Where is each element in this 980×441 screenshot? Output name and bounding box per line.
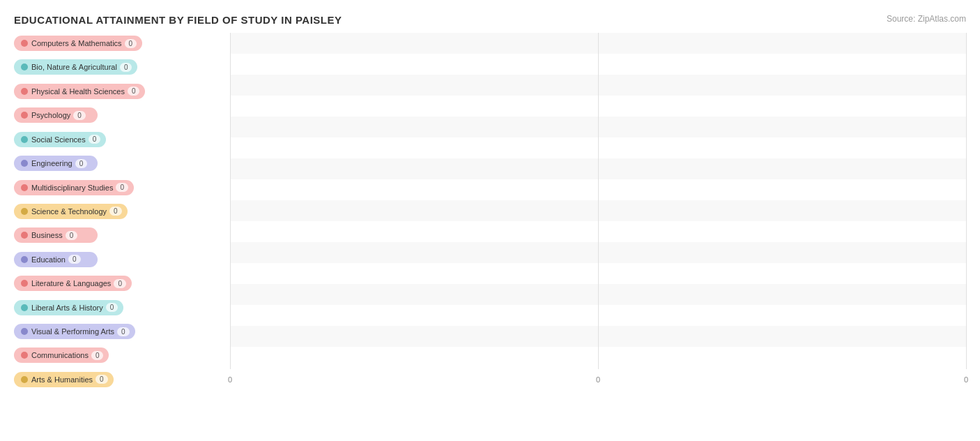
x-label-0: 0 [228,375,232,384]
bar-row: Liberal Arts & History0 [14,297,230,318]
bar-dot-icon [21,280,28,287]
bar-dot-icon [21,256,28,263]
grid-bg-row [230,200,966,221]
bar-dot-icon [21,184,28,191]
grid-bg-row [230,158,966,179]
bar-label: Physical & Health Sciences [31,87,125,96]
bar-label: Education [31,255,66,264]
bar-dot-icon [21,328,28,335]
grid-bg-row [230,179,966,200]
bar-label-pill: Arts & Humanities0 [14,372,114,387]
bar-value: 0 [117,327,130,336]
bar-dot-icon [21,208,28,215]
bar-dot-icon [21,304,28,311]
bar-value: 0 [75,159,88,168]
grid-bg-row [230,284,966,305]
bar-dot-icon [21,112,28,119]
bar-dot-icon [21,40,28,47]
bar-label: Engineering [31,159,72,167]
bar-value: 0 [116,183,128,192]
bar-label-pill: Literature & Languages0 [14,276,132,291]
bar-dot-icon [21,63,28,70]
bar-row: Education0 [14,249,230,270]
bar-label-pill: Liberal Arts & History0 [14,300,123,315]
bar-label: Liberal Arts & History [31,304,103,312]
chart-container: EDUCATIONAL ATTAINMENT BY FIELD OF STUDY… [0,0,980,441]
bar-value: 0 [89,135,101,144]
bar-label-pill: Science & Technology0 [14,204,128,219]
grid-bg-row [230,137,966,158]
grid-bg-row [230,221,966,242]
bar-dot-icon [21,352,28,359]
bars-section: Computers & Mathematics0Bio, Nature & Ag… [14,33,230,390]
bar-label: Business [31,231,63,239]
bar-row: Science & Technology0 [14,201,230,222]
bar-label: Visual & Performing Arts [31,327,114,336]
bar-label: Literature & Languages [31,279,111,287]
grid-bg-row [230,96,966,117]
bar-row: Engineering0 [14,153,230,174]
bar-label-pill: Psychology0 [14,107,98,123]
source-label: Source: ZipAtlas.com [887,14,966,24]
bar-row: Visual & Performing Arts0 [14,321,230,342]
bar-row: Physical & Health Sciences0 [14,81,230,102]
bar-dot-icon [21,232,28,239]
bar-value: 0 [120,63,132,72]
bar-value: 0 [128,87,140,96]
bar-dot-icon [21,376,28,383]
chart-area: Computers & Mathematics0Bio, Nature & Ag… [14,33,966,390]
bar-dot-icon [21,136,28,143]
grid-bg-row [230,242,966,263]
bar-label: Bio, Nature & Agricultural [31,63,117,71]
bar-row: Literature & Languages0 [14,273,230,294]
x-label-2: 0 [964,375,968,384]
bar-value: 0 [106,303,118,312]
bar-label-pill: Social Sciences0 [14,132,106,147]
bar-label-pill: Bio, Nature & Agricultural0 [14,59,137,75]
bar-label-pill: Engineering0 [14,156,98,171]
bar-label-pill: Physical & Health Sciences0 [14,84,145,99]
bar-label: Science & Technology [31,207,107,216]
grid-bg-row [230,263,966,284]
bar-value: 0 [109,207,122,216]
grid-bg-row [230,117,966,137]
bar-row: Multidisciplinary Studies0 [14,177,230,198]
bar-label-pill: Communications0 [14,347,109,363]
bar-label: Computers & Mathematics [31,39,122,47]
x-label-1: 0 [596,375,600,384]
bar-value: 0 [125,39,137,48]
grid-bg-row [230,305,966,326]
bar-dot-icon [21,160,28,167]
bar-value: 0 [91,351,104,360]
bar-label-pill: Multidisciplinary Studies0 [14,180,134,195]
bar-label-pill: Visual & Performing Arts0 [14,324,135,339]
grid-section: 0 0 0 [230,33,966,390]
bar-value: 0 [66,231,78,240]
bar-label: Multidisciplinary Studies [31,184,113,192]
bar-label: Arts & Humanities [31,375,93,384]
bar-row: Communications0 [14,345,230,366]
bar-value: 0 [73,111,86,120]
bar-row: Business0 [14,225,230,246]
chart-title: EDUCATIONAL ATTAINMENT BY FIELD OF STUDY… [14,14,966,26]
bar-value: 0 [114,279,126,288]
bar-label: Social Sciences [31,135,86,144]
bar-row: Psychology0 [14,105,230,126]
bar-row: Arts & Humanities0 [14,369,230,390]
bar-row: Bio, Nature & Agricultural0 [14,57,230,77]
bar-label-pill: Education0 [14,252,98,267]
bar-row: Computers & Mathematics0 [14,33,230,54]
grid-bg-row [230,33,966,54]
bar-row: Social Sciences0 [14,129,230,150]
bar-label-pill: Computers & Mathematics0 [14,36,142,51]
bar-value: 0 [68,255,81,264]
grid-bg-row [230,54,966,75]
bar-label: Communications [31,351,89,359]
bar-label: Psychology [31,111,70,119]
bar-dot-icon [21,88,28,95]
bar-label-pill: Business0 [14,227,98,243]
grid-bg-row [230,326,966,347]
bar-value: 0 [95,375,108,384]
grid-bg-row [230,75,966,96]
